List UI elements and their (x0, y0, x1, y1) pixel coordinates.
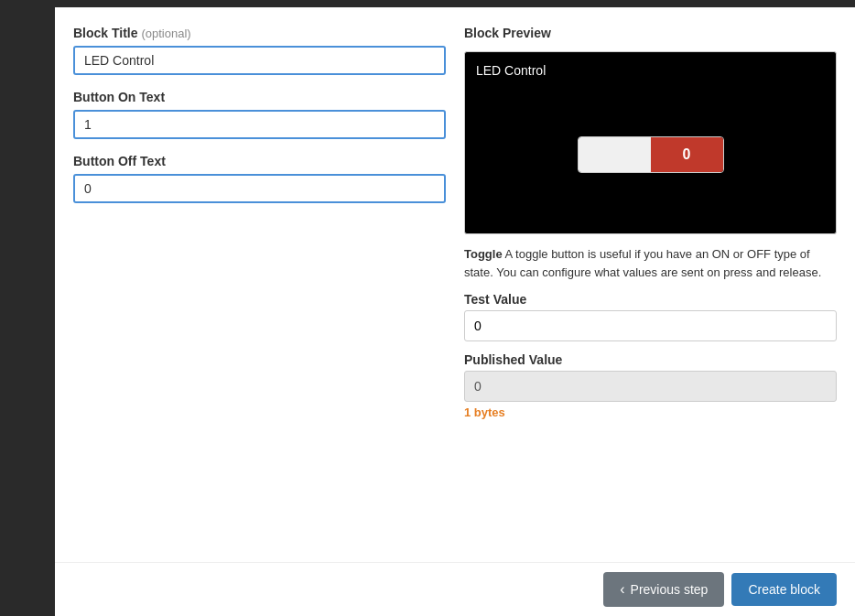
toggle-widget: 0 (578, 136, 724, 173)
bytes-label: 1 bytes (464, 405, 837, 419)
toggle-off-side (579, 137, 651, 172)
test-value-input[interactable] (464, 310, 837, 341)
block-preview: LED Control 0 (464, 51, 837, 234)
toggle-description: Toggle A toggle button is useful if you … (464, 245, 837, 281)
published-value-input (464, 371, 837, 402)
block-title-text: Block Title (73, 26, 138, 40)
block-title-input[interactable] (73, 46, 446, 75)
button-on-group: Button On Text (73, 90, 446, 139)
create-block-label: Create block (748, 582, 820, 597)
test-value-section: Test Value (464, 292, 837, 341)
description-text: A toggle button is useful if you have an… (464, 247, 821, 279)
toggle-on-text: 0 (683, 146, 691, 163)
block-title-optional: (optional) (141, 27, 190, 40)
block-title-label: Block Title (optional) (73, 26, 446, 40)
test-value-label: Test Value (464, 292, 837, 307)
previous-step-label: Previous step (631, 582, 709, 597)
chevron-left-icon (620, 581, 624, 598)
right-panel: Block Preview LED Control 0 Toggle A tog… (464, 26, 837, 544)
block-title-group: Block Title (optional) (73, 26, 446, 75)
button-on-label: Button On Text (73, 90, 446, 104)
modal-dialog: Block Title (optional) Button On Text Bu… (55, 7, 855, 616)
button-off-label: Button Off Text (73, 154, 446, 168)
published-value-label: Published Value (464, 352, 837, 367)
preview-title-label: Block Preview (464, 26, 837, 40)
toggle-on-side: 0 (651, 137, 723, 172)
create-block-button[interactable]: Create block (731, 573, 837, 606)
previous-step-button[interactable]: Previous step (603, 572, 724, 607)
left-panel: Block Title (optional) Button On Text Bu… (73, 26, 446, 544)
description-bold: Toggle (464, 247, 503, 261)
modal-footer: Previous step Create block (55, 562, 855, 616)
preview-title: LED Control (476, 63, 825, 78)
preview-toggle-container: 0 (476, 87, 825, 222)
published-value-section: Published Value 1 bytes (464, 352, 837, 419)
button-off-input[interactable] (73, 174, 446, 203)
button-on-input[interactable] (73, 110, 446, 139)
modal-body: Block Title (optional) Button On Text Bu… (55, 7, 855, 562)
button-off-group: Button Off Text (73, 154, 446, 203)
